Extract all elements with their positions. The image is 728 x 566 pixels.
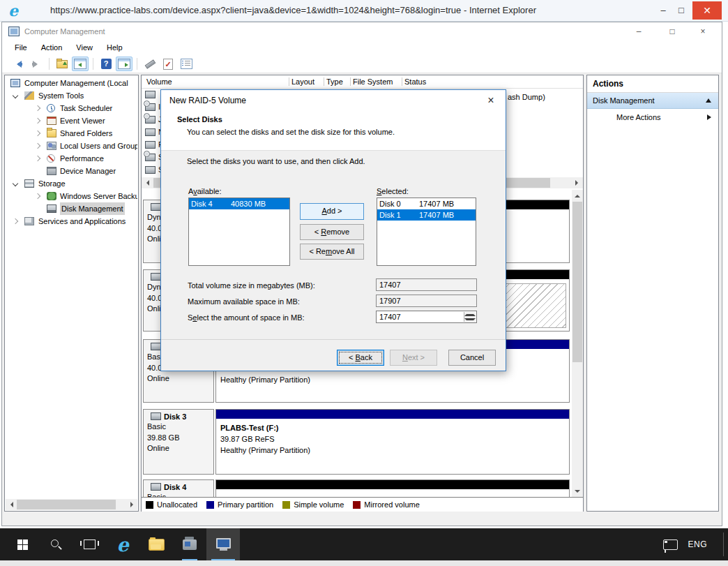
legend-item-primary-partition: Primary partition [206, 500, 273, 509]
taskbar-file-explorer-button[interactable] [139, 528, 173, 560]
chevron-down-icon[interactable] [13, 181, 18, 186]
help-icon[interactable] [98, 57, 114, 71]
running-indicator [182, 559, 197, 560]
disk-view-vertical-scrollbar[interactable] [572, 190, 583, 497]
action-pane-icon[interactable] [116, 57, 132, 71]
tree-item-performance[interactable]: Performance [5, 152, 137, 165]
taskbar-start-button[interactable] [6, 528, 39, 560]
disk-list-item-disk-0[interactable]: Disk 017407 MB [377, 198, 476, 209]
taskbar-task-view-button[interactable] [73, 528, 106, 560]
spin-up-button[interactable] [464, 312, 476, 317]
app-maximize-button[interactable]: □ [662, 22, 683, 40]
app-minimize-button[interactable]: – [628, 22, 649, 40]
tree-item-local-users-and-groups[interactable]: Local Users and Groups [5, 140, 137, 152]
more-actions-item[interactable]: More Actions [587, 109, 718, 126]
disk-list-item-disk-1[interactable]: Disk 117407 MB [377, 209, 476, 221]
column-header-type[interactable]: Type [326, 76, 343, 87]
actions-pane: Actions Disk Management More Actions [586, 75, 719, 512]
scroll-left-button[interactable] [142, 177, 153, 188]
scroll-up-button[interactable] [572, 190, 583, 201]
tree-item-services-and-applications[interactable]: Services and Applications [5, 215, 137, 228]
partition-box[interactable] [215, 479, 570, 497]
tree-item-device-manager[interactable]: Device Manager [5, 165, 137, 177]
disk-header-cell[interactable]: Disk 3Basic39.88 GBOnline [143, 409, 214, 475]
scroll-down-button[interactable] [572, 486, 583, 497]
tree-item-system-tools[interactable]: System Tools [5, 89, 137, 102]
computer-management-icon [215, 538, 231, 551]
collapse-icon[interactable] [706, 98, 711, 103]
partition-box[interactable]: PLABS-Test (F:)39.87 GB ReFSHealthy (Pri… [215, 409, 570, 475]
chevron-right-icon[interactable] [35, 131, 40, 136]
scrollbar-thumb[interactable] [572, 202, 582, 362]
next-button[interactable]: Next > [390, 350, 437, 366]
column-header-file-system[interactable]: File System [353, 76, 393, 87]
remove-button[interactable]: < Remove [300, 224, 364, 240]
chevron-right-icon[interactable] [35, 143, 40, 149]
tree-item-disk-management[interactable]: Disk Management [5, 202, 137, 215]
language-indicator[interactable]: ENG [688, 539, 707, 549]
chevron-right-icon[interactable] [35, 156, 40, 161]
app-close-button[interactable]: × [692, 22, 713, 40]
tree-item-storage[interactable]: Storage [5, 177, 137, 190]
list-view-icon[interactable] [178, 57, 195, 71]
chevron-right-icon[interactable] [13, 218, 18, 224]
column-header-volume[interactable]: Volume [146, 76, 172, 87]
browser-maximize-button[interactable]: □ [672, 2, 690, 19]
back-button[interactable]: < Back [337, 350, 384, 366]
menu-view[interactable]: View [69, 40, 100, 55]
tool-icon[interactable] [142, 57, 158, 71]
column-header-status[interactable]: Status [404, 76, 426, 87]
available-disks-listbox[interactable]: Disk 440830 MB [188, 198, 290, 266]
console-tree-icon[interactable] [72, 57, 89, 71]
scroll-left-button[interactable] [6, 499, 17, 510]
taskbar-internet-explorer-button[interactable] [106, 528, 139, 560]
actions-group-disk-management[interactable]: Disk Management [587, 93, 718, 109]
tree-item-computer-management-local[interactable]: Computer Management (Local [5, 77, 137, 89]
cancel-button[interactable]: Cancel [448, 350, 496, 366]
show-desktop-button[interactable] [723, 533, 724, 556]
tree-item-label: Windows Server Backup [60, 190, 137, 202]
disk-icon [151, 273, 161, 281]
disk-list-item-disk-4[interactable]: Disk 440830 MB [189, 198, 289, 209]
tree-item-event-viewer[interactable]: Event Viewer [5, 114, 137, 127]
tree-item-windows-server-backup[interactable]: Windows Server Backup [5, 190, 137, 202]
taskbar-search-button[interactable] [39, 528, 73, 560]
tree-item-task-scheduler[interactable]: Task Scheduler [5, 102, 137, 114]
tree-item-shared-folders[interactable]: Shared Folders [5, 127, 137, 140]
chevron-right-icon[interactable] [35, 193, 40, 199]
column-separator[interactable] [324, 77, 324, 86]
scroll-right-button[interactable] [126, 499, 137, 510]
app-title: Computer Management [24, 22, 105, 40]
scroll-right-button[interactable] [571, 177, 582, 188]
menu-action[interactable]: Action [34, 40, 70, 55]
taskbar-server-manager-button[interactable] [173, 528, 206, 560]
chevron-right-icon[interactable] [35, 118, 40, 124]
forward-icon[interactable] [28, 57, 45, 71]
tree-horizontal-scrollbar[interactable] [6, 499, 137, 510]
back-icon[interactable] [10, 57, 26, 71]
chevron-down-icon[interactable] [13, 93, 18, 98]
space-amount-input[interactable]: 17407 [376, 311, 477, 323]
dialog-close-button[interactable]: × [483, 93, 499, 108]
menu-file[interactable]: File [8, 40, 34, 55]
browser-minimize-button[interactable]: – [654, 2, 672, 19]
browser-close-button[interactable]: ✕ [692, 1, 722, 20]
scrollbar-thumb[interactable] [17, 500, 116, 509]
add-button[interactable]: Add > [300, 203, 364, 220]
menu-help[interactable]: Help [100, 40, 130, 55]
check-document-icon[interactable] [160, 57, 176, 71]
remove-all-button[interactable]: < Remove All [300, 244, 364, 260]
taskbar-computer-management-button[interactable] [206, 528, 240, 560]
column-separator[interactable] [289, 77, 289, 86]
disk-header-cell[interactable]: Disk 4Basic [143, 479, 214, 497]
touch-keyboard-icon[interactable] [663, 539, 678, 550]
spinner-control[interactable] [464, 312, 476, 322]
column-separator[interactable] [350, 77, 351, 86]
spin-down-button[interactable] [464, 317, 476, 322]
selected-disks-listbox[interactable]: Disk 017407 MBDisk 117407 MB [377, 198, 476, 266]
column-header-layout[interactable]: Layout [291, 76, 314, 87]
export-icon[interactable] [54, 57, 70, 71]
chevron-right-icon[interactable] [35, 105, 40, 111]
legend-label: Mirrored volume [364, 500, 419, 509]
column-separator[interactable] [402, 77, 402, 86]
